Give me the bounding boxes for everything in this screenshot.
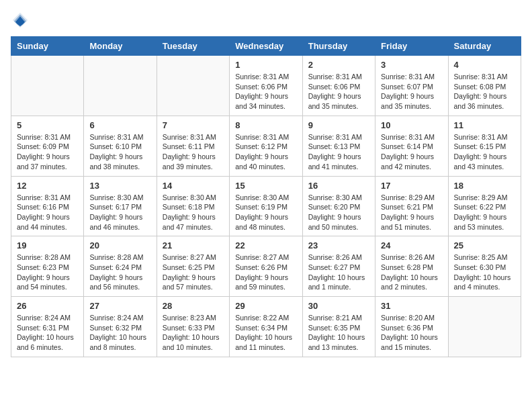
- day-number: 6: [89, 120, 150, 130]
- day-info: Sunrise: 8:24 AM Sunset: 6:32 PM Dayligh…: [89, 313, 150, 353]
- day-info: Sunrise: 8:26 AM Sunset: 6:27 PM Dayligh…: [308, 253, 369, 292]
- day-number: 3: [381, 60, 442, 70]
- calendar-cell: 27Sunrise: 8:24 AM Sunset: 6:32 PM Dayli…: [84, 297, 157, 357]
- day-number: 15: [235, 181, 296, 191]
- day-info: Sunrise: 8:31 AM Sunset: 6:13 PM Dayligh…: [308, 132, 369, 172]
- day-number: 14: [163, 181, 224, 191]
- weekday-header-saturday: Saturday: [448, 37, 521, 56]
- calendar-cell: 19Sunrise: 8:28 AM Sunset: 6:23 PM Dayli…: [11, 236, 84, 297]
- calendar-cell: 15Sunrise: 8:30 AM Sunset: 6:19 PM Dayli…: [230, 176, 302, 236]
- day-info: Sunrise: 8:31 AM Sunset: 6:16 PM Dayligh…: [17, 193, 78, 232]
- calendar-cell: 28Sunrise: 8:23 AM Sunset: 6:33 PM Dayli…: [157, 297, 229, 357]
- day-number: 28: [163, 301, 224, 311]
- calendar-week-2: 5Sunrise: 8:31 AM Sunset: 6:09 PM Daylig…: [11, 116, 521, 176]
- weekday-header-wednesday: Wednesday: [230, 37, 302, 56]
- day-info: Sunrise: 8:31 AM Sunset: 6:14 PM Dayligh…: [381, 132, 442, 172]
- day-number: 10: [381, 120, 442, 130]
- day-info: Sunrise: 8:30 AM Sunset: 6:18 PM Dayligh…: [163, 193, 224, 232]
- day-number: 30: [308, 301, 369, 311]
- calendar-cell: 17Sunrise: 8:29 AM Sunset: 6:21 PM Dayli…: [375, 176, 448, 236]
- day-number: 12: [17, 181, 78, 191]
- weekday-header-friday: Friday: [375, 37, 448, 56]
- day-info: Sunrise: 8:29 AM Sunset: 6:22 PM Dayligh…: [454, 193, 515, 232]
- calendar-cell: 30Sunrise: 8:21 AM Sunset: 6:35 PM Dayli…: [302, 297, 375, 357]
- weekday-header-thursday: Thursday: [302, 37, 375, 56]
- day-number: 25: [454, 240, 515, 250]
- day-info: Sunrise: 8:31 AM Sunset: 6:11 PM Dayligh…: [163, 132, 224, 172]
- day-info: Sunrise: 8:23 AM Sunset: 6:33 PM Dayligh…: [163, 313, 224, 353]
- day-info: Sunrise: 8:25 AM Sunset: 6:30 PM Dayligh…: [454, 253, 515, 292]
- day-number: 17: [381, 181, 442, 191]
- calendar-cell: 25Sunrise: 8:25 AM Sunset: 6:30 PM Dayli…: [448, 236, 521, 297]
- calendar-cell: 9Sunrise: 8:31 AM Sunset: 6:13 PM Daylig…: [302, 116, 375, 176]
- day-info: Sunrise: 8:30 AM Sunset: 6:20 PM Dayligh…: [308, 193, 369, 232]
- calendar-cell: 18Sunrise: 8:29 AM Sunset: 6:22 PM Dayli…: [448, 176, 521, 236]
- calendar-cell: 14Sunrise: 8:30 AM Sunset: 6:18 PM Dayli…: [157, 176, 229, 236]
- calendar-cell: 8Sunrise: 8:31 AM Sunset: 6:12 PM Daylig…: [230, 116, 302, 176]
- day-info: Sunrise: 8:29 AM Sunset: 6:21 PM Dayligh…: [381, 193, 442, 232]
- calendar-cell: 11Sunrise: 8:31 AM Sunset: 6:15 PM Dayli…: [448, 116, 521, 176]
- day-number: 29: [235, 301, 296, 311]
- day-number: 20: [89, 240, 150, 250]
- calendar-cell: 5Sunrise: 8:31 AM Sunset: 6:09 PM Daylig…: [11, 116, 84, 176]
- day-info: Sunrise: 8:31 AM Sunset: 6:06 PM Dayligh…: [235, 72, 296, 111]
- day-info: Sunrise: 8:24 AM Sunset: 6:31 PM Dayligh…: [17, 313, 78, 353]
- logo: [11, 11, 32, 30]
- calendar: SundayMondayTuesdayWednesdayThursdayFrid…: [11, 36, 521, 357]
- weekday-header-sunday: Sunday: [11, 37, 84, 56]
- day-number: 11: [454, 120, 515, 130]
- weekday-header-row: SundayMondayTuesdayWednesdayThursdayFrid…: [11, 37, 521, 56]
- day-info: Sunrise: 8:31 AM Sunset: 6:15 PM Dayligh…: [454, 132, 515, 172]
- day-info: Sunrise: 8:31 AM Sunset: 6:06 PM Dayligh…: [308, 72, 369, 111]
- day-number: 21: [163, 240, 224, 250]
- calendar-cell: 3Sunrise: 8:31 AM Sunset: 6:07 PM Daylig…: [375, 56, 448, 116]
- weekday-header-tuesday: Tuesday: [157, 37, 229, 56]
- calendar-cell: 10Sunrise: 8:31 AM Sunset: 6:14 PM Dayli…: [375, 116, 448, 176]
- day-info: Sunrise: 8:31 AM Sunset: 6:09 PM Dayligh…: [17, 132, 78, 172]
- day-number: 4: [454, 60, 515, 70]
- weekday-header-monday: Monday: [84, 37, 157, 56]
- day-info: Sunrise: 8:26 AM Sunset: 6:28 PM Dayligh…: [381, 253, 442, 292]
- day-info: Sunrise: 8:31 AM Sunset: 6:07 PM Dayligh…: [381, 72, 442, 111]
- day-number: 24: [381, 240, 442, 250]
- calendar-cell: 12Sunrise: 8:31 AM Sunset: 6:16 PM Dayli…: [11, 176, 84, 236]
- day-number: 1: [235, 60, 296, 70]
- day-number: 7: [163, 120, 224, 130]
- calendar-cell: [157, 56, 229, 116]
- calendar-cell: 13Sunrise: 8:30 AM Sunset: 6:17 PM Dayli…: [84, 176, 157, 236]
- calendar-cell: 1Sunrise: 8:31 AM Sunset: 6:06 PM Daylig…: [230, 56, 302, 116]
- calendar-cell: 7Sunrise: 8:31 AM Sunset: 6:11 PM Daylig…: [157, 116, 229, 176]
- day-number: 19: [17, 240, 78, 250]
- day-info: Sunrise: 8:28 AM Sunset: 6:23 PM Dayligh…: [17, 253, 78, 292]
- day-number: 31: [381, 301, 442, 311]
- day-info: Sunrise: 8:31 AM Sunset: 6:12 PM Dayligh…: [235, 132, 296, 172]
- calendar-week-3: 12Sunrise: 8:31 AM Sunset: 6:16 PM Dayli…: [11, 176, 521, 236]
- day-info: Sunrise: 8:20 AM Sunset: 6:36 PM Dayligh…: [381, 313, 442, 353]
- day-info: Sunrise: 8:27 AM Sunset: 6:26 PM Dayligh…: [235, 253, 296, 292]
- calendar-week-5: 26Sunrise: 8:24 AM Sunset: 6:31 PM Dayli…: [11, 297, 521, 357]
- day-number: 9: [308, 120, 369, 130]
- day-info: Sunrise: 8:30 AM Sunset: 6:17 PM Dayligh…: [89, 193, 150, 232]
- header: [11, 11, 521, 30]
- calendar-cell: 29Sunrise: 8:22 AM Sunset: 6:34 PM Dayli…: [230, 297, 302, 357]
- day-info: Sunrise: 8:31 AM Sunset: 6:08 PM Dayligh…: [454, 72, 515, 111]
- calendar-cell: [448, 297, 521, 357]
- day-info: Sunrise: 8:30 AM Sunset: 6:19 PM Dayligh…: [235, 193, 296, 232]
- calendar-cell: 16Sunrise: 8:30 AM Sunset: 6:20 PM Dayli…: [302, 176, 375, 236]
- day-number: 13: [89, 181, 150, 191]
- logo-icon: [11, 11, 30, 30]
- calendar-cell: 31Sunrise: 8:20 AM Sunset: 6:36 PM Dayli…: [375, 297, 448, 357]
- calendar-cell: 20Sunrise: 8:28 AM Sunset: 6:24 PM Dayli…: [84, 236, 157, 297]
- calendar-cell: 22Sunrise: 8:27 AM Sunset: 6:26 PM Dayli…: [230, 236, 302, 297]
- calendar-cell: 6Sunrise: 8:31 AM Sunset: 6:10 PM Daylig…: [84, 116, 157, 176]
- day-info: Sunrise: 8:27 AM Sunset: 6:25 PM Dayligh…: [163, 253, 224, 292]
- calendar-cell: [84, 56, 157, 116]
- day-number: 23: [308, 240, 369, 250]
- day-number: 27: [89, 301, 150, 311]
- day-number: 5: [17, 120, 78, 130]
- day-info: Sunrise: 8:21 AM Sunset: 6:35 PM Dayligh…: [308, 313, 369, 353]
- calendar-week-1: 1Sunrise: 8:31 AM Sunset: 6:06 PM Daylig…: [11, 56, 521, 116]
- day-number: 16: [308, 181, 369, 191]
- day-info: Sunrise: 8:28 AM Sunset: 6:24 PM Dayligh…: [89, 253, 150, 292]
- day-number: 18: [454, 181, 515, 191]
